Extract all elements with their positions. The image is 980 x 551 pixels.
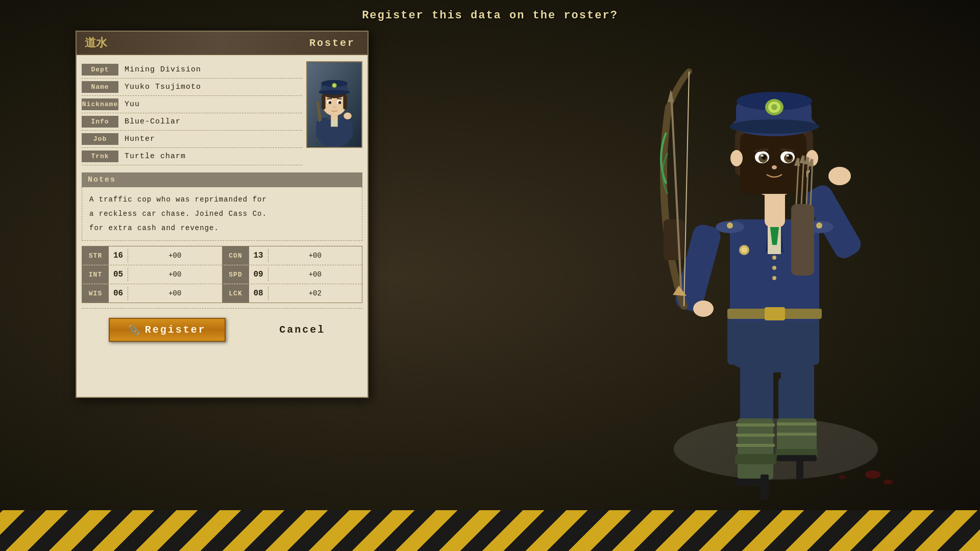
notes-body: A traffic cop who was reprimanded for a … [82, 187, 362, 241]
svg-point-63 [828, 167, 851, 185]
svg-point-33 [674, 418, 878, 480]
svg-point-93 [772, 165, 777, 169]
trnk-value: Turtle charm [118, 150, 192, 163]
str-label: STR [82, 246, 109, 265]
svg-point-59 [772, 256, 776, 260]
portrait-inner [307, 62, 361, 147]
notes-line1: A traffic cop who was reprimanded for [89, 192, 355, 207]
nickname-label: Nickname [82, 98, 118, 110]
svg-point-19 [333, 84, 336, 87]
con-value: 13 [249, 249, 268, 262]
notes-section: Notes A traffic cop who was reprimanded … [82, 172, 362, 241]
info-table: Dept Mining Division Name Yuuko Tsujimot… [82, 61, 302, 165]
notes-line2: a reckless car chase. Joined Cass Co. [89, 207, 355, 221]
svg-rect-39 [736, 444, 775, 447]
character-illustration [612, 20, 939, 510]
nickname-value: Yuu [118, 98, 146, 111]
notes-header: Notes [82, 172, 362, 187]
svg-rect-40 [761, 474, 769, 500]
svg-rect-47 [777, 433, 817, 436]
trnk-row: Trnk Turtle charm [82, 148, 302, 165]
wis-bonus: +00 [128, 287, 222, 299]
name-label: Name [82, 81, 118, 93]
svg-point-30 [344, 112, 351, 119]
int-row: INT 05 +00 [82, 265, 222, 284]
notes-line3: for extra cash and revenge. [89, 221, 355, 235]
info-section: Dept Mining Division Name Yuuko Tsujimot… [77, 55, 368, 169]
svg-point-69 [816, 222, 822, 229]
svg-rect-38 [736, 434, 775, 437]
svg-point-68 [727, 222, 733, 229]
wis-label: WIS [82, 284, 109, 303]
svg-point-65 [693, 300, 714, 317]
stats-left: STR 16 +00 INT 05 +00 WIS 06 +00 [82, 246, 223, 303]
svg-rect-35 [738, 418, 773, 480]
register-button[interactable]: Register [109, 318, 226, 342]
panel-kanji: 道水 [85, 35, 107, 51]
character-portrait [306, 61, 362, 148]
dept-label: Dept [82, 64, 118, 76]
panel-header: 道水 Roster [77, 32, 368, 55]
job-label: Job [82, 133, 118, 145]
character-full-svg [628, 31, 924, 500]
svg-point-111 [741, 247, 747, 253]
con-bonus: +00 [268, 249, 362, 262]
str-value: 16 [109, 249, 128, 262]
button-area: Register Cancel [77, 311, 368, 349]
prompt-text: Register this data on the roster? [362, 9, 618, 22]
svg-point-26 [339, 102, 341, 103]
svg-point-114 [838, 475, 846, 479]
svg-point-90 [786, 155, 789, 157]
svg-rect-97 [664, 219, 684, 260]
panel-title: Roster [309, 37, 355, 49]
con-label: CON [223, 246, 249, 265]
svg-rect-36 [735, 454, 776, 464]
svg-rect-46 [777, 422, 817, 425]
wis-value: 06 [109, 287, 128, 300]
svg-point-89 [761, 155, 764, 157]
svg-point-29 [333, 106, 335, 108]
str-bonus: +00 [128, 249, 222, 262]
nickname-row: Nickname Yuu [82, 96, 302, 113]
trnk-label: Trnk [82, 151, 118, 162]
hazard-stripes [0, 510, 980, 551]
svg-point-61 [772, 276, 776, 280]
lck-label: LCK [223, 284, 249, 303]
lck-value: 08 [249, 287, 268, 300]
lck-bonus: +02 [268, 287, 362, 299]
svg-point-82 [771, 104, 777, 110]
svg-rect-101 [791, 204, 814, 276]
stats-right: CON 13 +00 SPD 09 +00 LCK 08 +02 [223, 246, 363, 303]
int-label: INT [82, 265, 109, 284]
svg-rect-14 [343, 95, 347, 110]
svg-rect-49 [796, 459, 803, 480]
spd-row: SPD 09 +00 [223, 265, 362, 284]
roster-panel: 道水 Roster Dept Mining Division Name Yuuk… [76, 31, 369, 398]
svg-rect-37 [736, 423, 775, 427]
portrait-svg [307, 62, 361, 147]
svg-point-79 [729, 119, 819, 134]
spd-value: 09 [249, 268, 268, 281]
svg-rect-13 [322, 95, 326, 110]
svg-point-20 [318, 90, 350, 95]
stats-section: STR 16 +00 INT 05 +00 WIS 06 +00 CON 13 … [82, 246, 362, 303]
dept-value: Mining Division [118, 63, 207, 76]
str-row: STR 16 +00 [82, 246, 222, 265]
lck-row: LCK 08 +02 [223, 284, 362, 303]
cancel-button[interactable]: Cancel [269, 319, 335, 341]
svg-point-25 [330, 102, 331, 103]
name-value: Yuuko Tsujimoto [118, 81, 207, 93]
name-row: Name Yuuko Tsujimoto [82, 79, 302, 96]
info-label: Info [82, 116, 118, 128]
info-value: Blue-Collar [118, 115, 187, 128]
divider [82, 308, 362, 309]
int-value: 05 [109, 268, 128, 281]
spd-bonus: +00 [268, 268, 362, 281]
dept-row: Dept Mining Division [82, 61, 302, 79]
svg-rect-8 [316, 121, 323, 138]
job-value: Hunter [118, 133, 161, 145]
svg-point-113 [883, 480, 893, 485]
svg-rect-9 [346, 121, 352, 138]
svg-point-94 [730, 150, 743, 166]
spd-label: SPD [223, 265, 249, 284]
